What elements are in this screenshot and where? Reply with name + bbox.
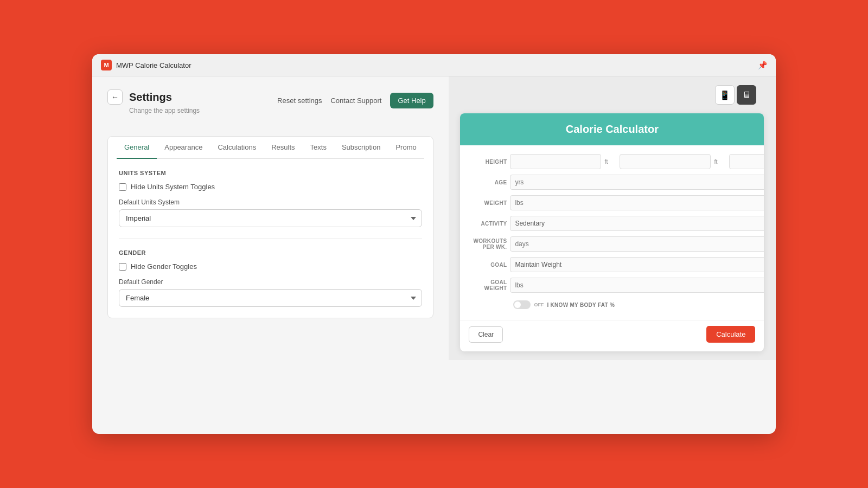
age-row: AGE yrs: [469, 175, 764, 190]
settings-subtitle: Change the app settings: [129, 107, 200, 114]
default-gender-select[interactable]: Female Male: [119, 289, 422, 307]
body-fat-toggle[interactable]: [513, 300, 531, 309]
gender-section: GENDER Hide Gender Toggles Default Gende…: [119, 249, 422, 307]
units-section: UNITS SYSTEM Hide Units System Toggles D…: [119, 170, 422, 227]
tab-promo[interactable]: Promo: [388, 137, 424, 159]
hide-gender-row: Hide Gender Toggles: [119, 262, 422, 271]
goal-select[interactable]: Maintain Weight Lose Weight Gain Weight: [510, 257, 764, 272]
pin-icon: 📌: [758, 61, 767, 69]
device-toggle: 📱 🖥: [715, 85, 756, 105]
height-input-ft1[interactable]: [510, 154, 601, 169]
weight-input[interactable]: [510, 195, 764, 210]
calculator-widget: Calorie Calculator HEIGHT ft ft: [460, 113, 764, 351]
hide-units-row: Hide Units System Toggles: [119, 183, 422, 191]
tabs: General Appearance Calculations Results …: [117, 137, 424, 159]
tab-texts[interactable]: Texts: [303, 137, 334, 159]
tabs-container: General Appearance Calculations Results …: [107, 136, 433, 318]
default-units-label: Default Units System: [119, 198, 422, 206]
desktop-device-button[interactable]: 🖥: [737, 85, 756, 105]
height-input-ft2[interactable]: [620, 154, 711, 169]
hide-gender-checkbox[interactable]: [119, 263, 126, 271]
default-gender-label: Default Gender: [119, 278, 422, 286]
app-window: M MWP Calorie Calculator 📌 ← Settings Ch…: [92, 54, 776, 434]
goal-label: GOAL: [469, 262, 507, 268]
activity-row: ACTIVITY Sedentary Lightly Active Modera…: [469, 216, 764, 231]
workouts-input[interactable]: [510, 236, 764, 252]
goal-row: GOAL Maintain Weight Lose Weight Gain We…: [469, 257, 764, 272]
height-row: HEIGHT ft ft in in: [469, 154, 764, 169]
activity-label: ACTIVITY: [469, 221, 507, 227]
height-input-in1[interactable]: [729, 154, 764, 169]
main-content: ← Settings Change the app settings Reset…: [92, 76, 776, 360]
goal-weight-input[interactable]: [510, 278, 764, 293]
body-fat-row: OFF I KNOW MY BODY FAT %: [469, 298, 764, 311]
weight-label: WEIGHT: [469, 200, 507, 206]
weight-row: WEIGHT lbs: [469, 195, 764, 210]
settings-title: Settings: [129, 91, 172, 104]
gender-section-label: GENDER: [119, 249, 422, 256]
settings-top-actions: Reset settings Contact Support Get Help: [277, 89, 433, 108]
calculator-title: Calorie Calculator: [566, 123, 659, 135]
tab-appearance[interactable]: Appearance: [157, 137, 210, 159]
hide-units-checkbox[interactable]: [119, 183, 126, 191]
preview-panel: 📱 🖥 Calorie Calculator HEIGHT ft: [449, 76, 776, 360]
calc-bottom: Clear Calculate: [460, 320, 764, 351]
settings-panel: ← Settings Change the app settings Reset…: [92, 76, 449, 360]
back-button[interactable]: ←: [107, 89, 123, 105]
workouts-row: WORKOUTS PER WK. days: [469, 236, 764, 252]
mobile-device-button[interactable]: 📱: [715, 85, 735, 105]
units-section-label: UNITS SYSTEM: [119, 170, 422, 176]
title-bar: M MWP Calorie Calculator 📌: [92, 54, 776, 76]
tab-subscription[interactable]: Subscription: [334, 137, 388, 159]
window-title: MWP Calorie Calculator: [116, 61, 191, 69]
calculator-header: Calorie Calculator: [460, 113, 764, 145]
hide-gender-label: Hide Gender Toggles: [131, 262, 197, 271]
hide-units-label: Hide Units System Toggles: [131, 183, 215, 191]
title-bar-left: M MWP Calorie Calculator: [101, 60, 191, 70]
section-divider-1: [119, 238, 422, 239]
goal-weight-row: GOAL WEIGHT lbs: [469, 278, 764, 293]
tab-results[interactable]: Results: [264, 137, 302, 159]
height-unit-ft1: ft: [604, 158, 616, 165]
calc-form-left: HEIGHT ft ft in in AGE: [469, 154, 764, 311]
activity-select[interactable]: Sedentary Lightly Active Moderately Acti…: [510, 216, 764, 231]
get-help-button[interactable]: Get Help: [390, 93, 433, 108]
tab-content-general: UNITS SYSTEM Hide Units System Toggles D…: [117, 159, 424, 318]
age-label: AGE: [469, 179, 507, 185]
calculate-button[interactable]: Calculate: [706, 326, 755, 343]
height-unit-ft2: ft: [714, 158, 726, 165]
clear-button[interactable]: Clear: [469, 326, 503, 343]
age-input[interactable]: [510, 175, 764, 190]
tab-calculations[interactable]: Calculations: [210, 137, 264, 159]
workouts-label: WORKOUTS PER WK.: [469, 238, 507, 250]
body-fat-off-label: OFF: [534, 302, 544, 307]
settings-top-row: ← Settings Change the app settings Reset…: [107, 89, 433, 125]
settings-header: ← Settings: [107, 89, 200, 105]
calculator-body: HEIGHT ft ft in in AGE: [460, 145, 764, 320]
tab-general[interactable]: General: [117, 137, 157, 159]
body-fat-label: I KNOW MY BODY FAT %: [547, 302, 615, 308]
contact-support-button[interactable]: Contact Support: [330, 97, 381, 105]
default-units-select[interactable]: Imperial Metric: [119, 209, 422, 227]
height-label: HEIGHT: [469, 159, 507, 165]
reset-settings-button[interactable]: Reset settings: [277, 97, 322, 105]
settings-header-group: ← Settings Change the app settings: [107, 89, 200, 125]
goal-weight-label: GOAL WEIGHT: [469, 279, 507, 291]
app-logo-icon: M: [101, 60, 112, 70]
